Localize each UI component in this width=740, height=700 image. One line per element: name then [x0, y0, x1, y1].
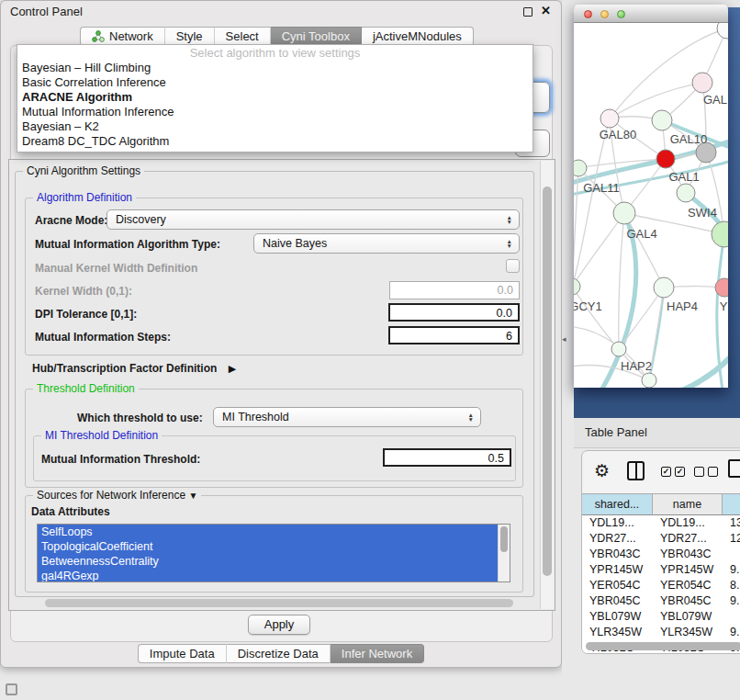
column-header-name[interactable]: name: [653, 493, 723, 515]
cell: [723, 547, 740, 562]
data-attributes-label: Data Attributes: [31, 505, 110, 518]
dropdown-item[interactable]: Dream8 DC_TDC Algorithm: [17, 134, 533, 149]
cell: YBR043C: [653, 547, 723, 562]
close-icon[interactable]: ✕: [541, 4, 551, 17]
tab-infer-network-label: Infer Network: [342, 645, 412, 662]
network-node[interactable]: [642, 373, 656, 388]
table-row[interactable]: YPR145W YPR145W 9.: [582, 562, 740, 578]
cell: YER054C: [582, 578, 653, 593]
node-gal10[interactable]: [652, 110, 672, 130]
aracne-mode-combobox[interactable]: Discovery ▲ ▼: [107, 209, 520, 230]
deselect-all-columns-icon[interactable]: [694, 467, 718, 477]
control-panel-window: Control Panel ✕ Network Style Select Cyn…: [0, 0, 562, 668]
cell: YPR145W: [653, 562, 723, 578]
node-label: HAP2: [621, 359, 652, 373]
export-table-icon[interactable]: [728, 459, 740, 478]
tab-cyni-toolbox[interactable]: Cyni Toolbox: [271, 27, 362, 46]
tab-cyni-toolbox-label: Cyni Toolbox: [282, 28, 350, 45]
manual-kernel-width-checkbox[interactable]: [506, 259, 520, 273]
mi-algorithm-type-combobox[interactable]: Naive Bayes ▲ ▼: [253, 233, 520, 254]
column-header[interactable]: [723, 493, 740, 515]
right-region: ◂: [562, 0, 740, 700]
table-row[interactable]: YER054C YER054C 8.: [582, 578, 740, 593]
node-hap4[interactable]: [654, 277, 674, 298]
scrollbar-thumb[interactable]: [500, 526, 508, 552]
cell: YDR27...: [653, 531, 723, 547]
traffic-light-zoom-icon[interactable]: [617, 10, 625, 18]
scrollbar-thumb[interactable]: [45, 599, 513, 607]
group-title: Algorithm Definition: [33, 191, 136, 204]
data-attributes-list[interactable]: SelfLoops TopologicalCoefficient Between…: [37, 524, 510, 582]
mi-steps-field[interactable]: 6: [388, 326, 520, 344]
group-title: Threshold Definition: [33, 382, 139, 395]
tab-network[interactable]: Network: [80, 27, 165, 46]
kernel-width-field[interactable]: 0.0: [389, 281, 520, 299]
dpi-tolerance-field[interactable]: 0.0: [388, 303, 520, 322]
node-gal1[interactable]: [656, 150, 675, 168]
table-row[interactable]: YBR045C YBR045C 9.: [582, 593, 740, 609]
node-gal4[interactable]: [613, 202, 635, 224]
network-canvas[interactable]: GAL GAL80 GAL10 GAL1 GAL11 SWI4 GAL4 GCY…: [574, 23, 728, 388]
dropdown-item[interactable]: Bayesian – Hill Climbing: [17, 61, 533, 75]
settings-vertical-scrollbar[interactable]: [540, 161, 554, 609]
list-item-selected[interactable]: BetweennessCentrality: [38, 554, 498, 569]
mi-threshold-definition-group: MI Threshold Definition Mutual Informati…: [33, 435, 516, 481]
unchecked-box-icon: [694, 467, 704, 477]
scrollbar-thumb[interactable]: [543, 186, 552, 576]
node-gal11[interactable]: [574, 160, 587, 176]
table-horizontal-scrollbar[interactable]: [586, 642, 740, 651]
dropdown-item[interactable]: Basic Correlation Inference: [17, 75, 533, 90]
node-gcy1[interactable]: [574, 278, 580, 295]
table-row[interactable]: YBR043C YBR043C: [582, 547, 740, 562]
cyni-settings-scroll-area: Cyni Algorithm Settings Algorithm Defini…: [8, 159, 555, 611]
node-hap2[interactable]: [611, 342, 626, 356]
dpi-tolerance-label: DPI Tolerance [0,1]:: [35, 308, 137, 321]
cell: YBL079W: [653, 609, 723, 625]
cell: 9.: [723, 562, 740, 578]
split-columns-icon[interactable]: [627, 461, 645, 480]
group-title: MI Threshold Definition: [41, 429, 162, 442]
table-row[interactable]: YLR345W YLR345W 9.: [582, 625, 740, 640]
select-all-columns-icon[interactable]: ✓ ✓: [661, 467, 685, 477]
settings-horizontal-scrollbar[interactable]: [10, 597, 539, 609]
tab-infer-network[interactable]: Infer Network: [331, 644, 424, 663]
panel-divider-handle[interactable]: ◂: [562, 334, 566, 344]
which-threshold-combobox[interactable]: MI Threshold ▲ ▼: [213, 407, 481, 427]
dropdown-item-selected[interactable]: ARACNE Algorithm: [17, 90, 533, 105]
traffic-light-close-icon[interactable]: [584, 10, 592, 18]
tab-select[interactable]: Select: [215, 27, 271, 46]
hub-transcription-factor-expander[interactable]: Hub/Transcription Factor Definition ▶: [32, 359, 236, 376]
apply-button[interactable]: Apply: [248, 615, 310, 635]
table-row[interactable]: YBL079W YBL079W: [582, 609, 740, 625]
gear-icon[interactable]: ⚙: [594, 460, 610, 481]
list-scrollbar[interactable]: [498, 525, 510, 581]
network-window-titlebar[interactable]: [574, 5, 728, 23]
list-item-selected[interactable]: TopologicalCoefficient: [38, 539, 498, 554]
network-node[interactable]: [717, 23, 728, 39]
list-item-selected[interactable]: SelfLoops: [38, 525, 498, 539]
mi-threshold-field[interactable]: 0.5: [383, 448, 511, 467]
list-item-selected[interactable]: gal4RGexp: [38, 569, 498, 582]
tab-select-label: Select: [226, 28, 259, 45]
float-window-icon[interactable]: [523, 7, 533, 17]
tab-discretize-data[interactable]: Discretize Data: [227, 644, 331, 663]
sources-group-title[interactable]: Sources for Network Inference ▼: [33, 489, 201, 502]
network-node[interactable]: [712, 221, 728, 247]
node-swi4[interactable]: [677, 184, 695, 202]
traffic-light-minimize-icon[interactable]: [600, 10, 609, 18]
node-label: GCY1: [574, 299, 602, 313]
tab-style[interactable]: Style: [165, 27, 215, 46]
table-row[interactable]: YDL19... YDL19... 13: [582, 515, 740, 531]
algorithm-definition-group: Algorithm Definition Aracne Mode: Discov…: [25, 198, 523, 356]
tab-impute-data[interactable]: Impute Data: [138, 644, 227, 663]
cell: YBR043C: [582, 547, 653, 562]
tab-jactivemnodules[interactable]: jActiveMNodules: [362, 27, 474, 46]
column-header-shared-name[interactable]: shared...: [582, 493, 653, 515]
node-gal80[interactable]: [600, 109, 619, 128]
dock-panel-icon[interactable]: [6, 683, 17, 695]
dropdown-item[interactable]: Mutual Information Inference: [17, 105, 533, 119]
network-node[interactable]: [692, 73, 712, 93]
dropdown-item[interactable]: Bayesian – K2: [17, 119, 533, 134]
table-row[interactable]: YDR27... YDR27... 12: [582, 531, 740, 547]
scrollbar-thumb[interactable]: [586, 642, 740, 650]
